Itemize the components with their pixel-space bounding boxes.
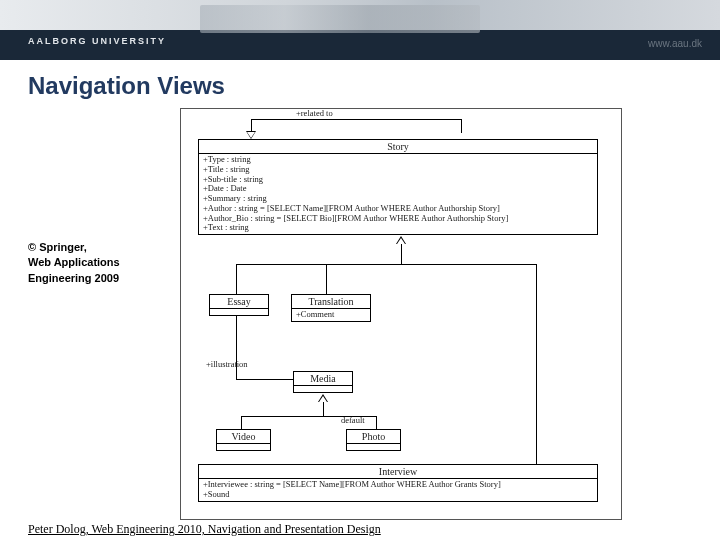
connector [236,379,293,380]
essay-class-name: Essay [210,295,268,309]
citation-line: Engineering 2009 [28,271,120,286]
connector [461,119,462,133]
university-url: www.aau.dk [648,38,702,49]
page-title: Navigation Views [28,72,692,100]
story-attr: +Summary : string [203,194,593,204]
media-class-name: Media [294,372,352,386]
slide-footer: Peter Dolog, Web Engineering 2010, Navig… [0,519,720,540]
translation-class: Translation +Comment [291,294,371,322]
story-attr: +Title : string [203,165,593,175]
generalization-icon [396,236,406,244]
connector [236,264,536,265]
video-class-name: Video [217,430,270,444]
connector [536,264,537,464]
connector [251,119,461,120]
connector [376,416,377,429]
connector [323,402,324,416]
default-label: default [341,415,365,425]
illustration-label: +illustration [206,359,248,369]
story-attr: +Author_Bio : string = [SELECT Bio][FROM… [203,214,593,224]
related-to-label: +related to [296,108,333,118]
photo-class: Photo [346,429,401,451]
connector [236,316,237,379]
story-class-name: Story [199,140,597,154]
story-attr: +Sub-title : string [203,175,593,185]
connector [236,264,237,294]
story-attr: +Text : string [203,223,593,233]
interview-class: Interview +Interviewee : string = [SELEC… [198,464,598,502]
photo-class-name: Photo [347,430,400,444]
arrow-icon [246,131,256,139]
story-class: Story +Type : string +Title : string +Su… [198,139,598,235]
story-attr: +Date : Date [203,184,593,194]
connector [401,244,402,264]
connector [326,264,327,294]
interview-class-name: Interview [199,465,597,479]
connector [241,416,242,429]
citation-line: © Springer, [28,240,120,255]
translation-class-name: Translation [292,295,370,309]
interview-attr: +Interviewee : string = [SELECT Name][FR… [203,480,593,490]
university-logo: AALBORG UNIVERSITY [28,36,166,46]
story-attr: +Type : string [203,155,593,165]
media-class: Media [293,371,353,393]
story-attributes: +Type : string +Title : string +Sub-titl… [199,154,597,234]
banner-building [200,5,480,33]
story-attr: +Author : string = [SELECT Name][FROM Au… [203,204,593,214]
header-banner: AALBORG UNIVERSITY www.aau.dk [0,0,720,60]
citation-line: Web Applications [28,255,120,270]
translation-attr: +Comment [296,310,366,320]
citation-block: © Springer, Web Applications Engineering… [28,240,120,286]
essay-class: Essay [209,294,269,316]
generalization-icon [318,394,328,402]
banner-sky [0,0,720,30]
video-class: Video [216,429,271,451]
interview-attr: +Sound [203,490,593,500]
slide-content: Navigation Views © Springer, Web Applica… [0,60,720,518]
uml-diagram: +related to Story +Type : string +Title … [180,108,622,520]
